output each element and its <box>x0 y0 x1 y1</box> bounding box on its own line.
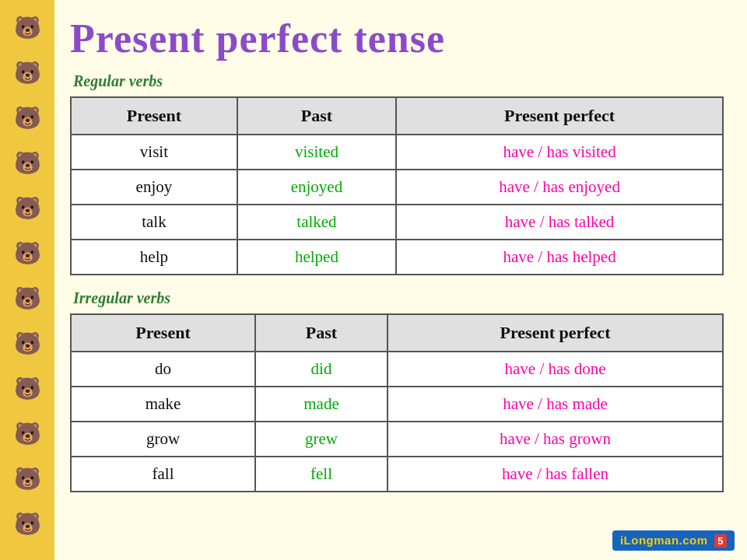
cell-present: help <box>71 240 237 275</box>
irregular-header-perfect: Present perfect <box>388 314 723 352</box>
table-row: growgrewhave / has grown <box>71 422 723 457</box>
irregular-header-past: Past <box>255 314 388 352</box>
table-row: fallfellhave / has fallen <box>71 457 723 492</box>
bear-icon: 🐻 <box>8 98 47 137</box>
regular-verbs-label: Regular verbs <box>73 72 724 90</box>
bear-border: 🐻 🐻 🐻 🐻 🐻 🐻 🐻 🐻 🐻 🐻 🐻 🐻 <box>0 0 54 560</box>
cell-present: talk <box>71 205 237 240</box>
cell-present: fall <box>71 457 255 492</box>
page-title: Present perfect tense <box>70 16 724 61</box>
table-row: enjoyenjoyedhave / has enjoyed <box>71 170 723 205</box>
cell-past: did <box>255 352 388 387</box>
cell-perfect: have / has done <box>388 352 723 387</box>
regular-header-past: Past <box>237 97 396 135</box>
main-content: Present perfect tense Regular verbs Pres… <box>54 0 747 560</box>
cell-past: grew <box>255 422 388 457</box>
table-row: visitvisitedhave / has visited <box>71 135 723 170</box>
bear-icon: 🐻 <box>8 188 47 227</box>
table-row: talktalkedhave / has talked <box>71 205 723 240</box>
watermark-text: iLongman.com <box>620 534 708 547</box>
cell-past: made <box>255 387 388 422</box>
bear-icon: 🐻 <box>8 414 47 453</box>
watermark: iLongman.com 5 <box>612 530 735 551</box>
cell-present: make <box>71 387 255 422</box>
irregular-verbs-label: Irregular verbs <box>73 289 724 307</box>
cell-perfect: have / has enjoyed <box>396 170 723 205</box>
cell-present: do <box>71 352 255 387</box>
bear-icon: 🐻 <box>8 143 47 182</box>
cell-present: visit <box>71 135 237 170</box>
cell-past: fell <box>255 457 388 492</box>
cell-past: helped <box>237 240 396 275</box>
bear-icon: 🐻 <box>8 8 47 47</box>
cell-perfect: have / has helped <box>396 240 723 275</box>
cell-perfect: have / has fallen <box>388 457 723 492</box>
bear-icon: 🐻 <box>8 53 47 92</box>
cell-perfect: have / has grown <box>388 422 723 457</box>
irregular-header-present: Present <box>71 314 255 352</box>
cell-perfect: have / has made <box>388 387 723 422</box>
table-row: dodidhave / has done <box>71 352 723 387</box>
table-row: helphelpedhave / has helped <box>71 240 723 275</box>
bear-icon: 🐻 <box>8 233 47 272</box>
regular-verbs-table: Present Past Present perfect visitvisite… <box>70 96 724 275</box>
cell-present: grow <box>71 422 255 457</box>
regular-header-present: Present <box>71 97 237 135</box>
bear-icon: 🐻 <box>8 504 47 543</box>
bear-icon: 🐻 <box>8 369 47 408</box>
table-row: makemadehave / has made <box>71 387 723 422</box>
regular-header-perfect: Present perfect <box>396 97 723 135</box>
cell-past: enjoyed <box>237 170 396 205</box>
bear-icon: 🐻 <box>8 278 47 317</box>
cell-past: talked <box>237 205 396 240</box>
cell-perfect: have / has visited <box>396 135 723 170</box>
bear-icon: 🐻 <box>8 324 47 362</box>
cell-perfect: have / has talked <box>396 205 723 240</box>
cell-present: enjoy <box>71 170 237 205</box>
watermark-icon: 5 <box>714 534 727 548</box>
irregular-verbs-table: Present Past Present perfect dodidhave /… <box>70 313 724 492</box>
bear-icon: 🐻 <box>8 459 47 498</box>
cell-past: visited <box>237 135 396 170</box>
